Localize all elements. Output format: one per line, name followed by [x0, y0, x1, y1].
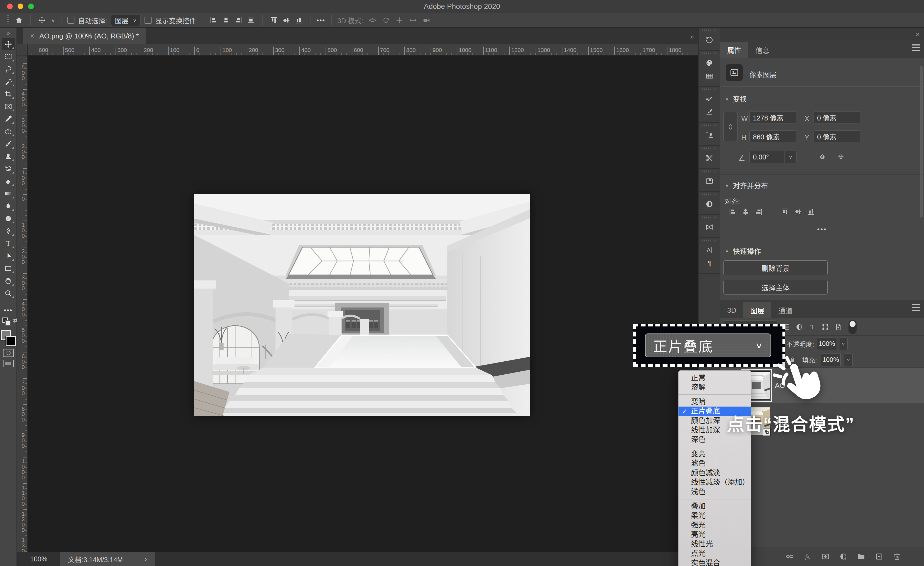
- smart-object-filter-icon[interactable]: [832, 321, 844, 333]
- auto-select-checkbox[interactable]: [68, 17, 74, 24]
- auto-select-dropdown[interactable]: 图层 ∨: [111, 15, 141, 26]
- eyedropper-tool[interactable]: [2, 113, 15, 125]
- blend-menu-item[interactable]: 颜色减淡: [678, 468, 751, 478]
- callout-blend-dropdown[interactable]: 正片叠底 ∨: [645, 333, 771, 357]
- blend-menu-item[interactable]: 柔光: [678, 511, 751, 521]
- canvas-image[interactable]: [194, 194, 530, 416]
- blend-menu-item[interactable]: 强光: [678, 521, 751, 530]
- status-expand-icon[interactable]: ›: [144, 555, 147, 564]
- camera-3d-icon[interactable]: [421, 15, 432, 26]
- blend-menu-item[interactable]: 变亮: [678, 449, 751, 459]
- type-filter-icon[interactable]: T: [806, 321, 818, 333]
- lasso-tool[interactable]: [2, 63, 15, 75]
- orbit-3d-icon[interactable]: [367, 15, 378, 26]
- color-panel-icon[interactable]: [704, 57, 716, 69]
- new-group-icon[interactable]: [856, 551, 867, 562]
- document-tab[interactable]: × AO.png @ 100% (AO, RGB/8) *: [23, 28, 146, 44]
- vertical-ruler[interactable]: 5004003002001000100200300400500600700800…: [17, 56, 28, 552]
- blend-menu-item[interactable]: 溶解: [678, 383, 751, 392]
- quick-actions-header[interactable]: ∨ 快速操作: [725, 246, 761, 256]
- panel-group-drag-handle[interactable]: [702, 53, 717, 54]
- clone-source-panel-icon[interactable]: [704, 129, 716, 141]
- blend-menu-item[interactable]: 深色: [678, 435, 751, 444]
- libraries-panel-icon[interactable]: [704, 175, 716, 187]
- show-transform-checkbox[interactable]: [144, 17, 152, 24]
- drag-3d-icon[interactable]: [394, 15, 405, 26]
- horizontal-ruler[interactable]: 6005004003002001000100200300400500600700…: [28, 44, 698, 56]
- blur-tool[interactable]: [2, 200, 15, 212]
- add-layer-mask-icon[interactable]: [820, 551, 831, 562]
- move-tool[interactable]: [2, 38, 15, 50]
- styles-panel-icon[interactable]: [704, 221, 716, 233]
- new-adjustment-layer-icon[interactable]: [838, 551, 849, 562]
- align-right-edges-icon[interactable]: [753, 206, 765, 217]
- flip-vertical-icon[interactable]: [835, 152, 847, 162]
- roll-3d-icon[interactable]: [381, 15, 392, 26]
- align-section-header[interactable]: ∨ 对齐并分布: [725, 180, 768, 190]
- transform-section-header[interactable]: ∨ 变换: [725, 94, 747, 104]
- tab-info[interactable]: 信息: [748, 42, 777, 58]
- panel-group-drag-handle[interactable]: [702, 30, 717, 32]
- delete-layer-icon[interactable]: [891, 551, 902, 562]
- edit-toolbar-icon[interactable]: •••: [4, 306, 12, 314]
- blend-menu-item[interactable]: 滤色: [678, 459, 751, 468]
- panel-group-drag-handle[interactable]: [702, 240, 717, 242]
- panel-group-drag-handle[interactable]: [702, 147, 717, 149]
- blend-menu-item[interactable]: 点光: [678, 549, 751, 558]
- align-left-edges-icon[interactable]: [727, 206, 739, 217]
- home-icon[interactable]: [14, 15, 24, 26]
- remove-background-button[interactable]: 删除背景: [723, 260, 828, 275]
- x-field[interactable]: 0 像素: [814, 111, 860, 123]
- filter-toggle-switch[interactable]: [849, 320, 856, 334]
- document-size-status[interactable]: 文档:3.14M/3.14M ›: [60, 552, 155, 566]
- toolbar-collapse-icon[interactable]: »: [6, 29, 10, 38]
- panel-group-drag-handle[interactable]: [702, 171, 717, 173]
- properties-scrollbar[interactable]: [920, 66, 922, 218]
- blend-menu-item[interactable]: 实色混合: [678, 558, 751, 566]
- canvas-pasteboard[interactable]: [28, 56, 698, 552]
- shape-filter-icon[interactable]: [819, 321, 831, 333]
- tab-channels[interactable]: 通道: [771, 302, 800, 318]
- rectangular-marquee-tool[interactable]: [2, 50, 15, 63]
- align-right-edges-icon[interactable]: [233, 15, 244, 26]
- adjustments-panel-icon[interactable]: [704, 198, 716, 210]
- tab-properties[interactable]: 属性: [720, 42, 748, 58]
- panel-menu-icon[interactable]: [912, 44, 920, 53]
- tool-presets-panel-icon[interactable]: [704, 152, 716, 164]
- align-top-edges-icon[interactable]: [268, 15, 279, 26]
- blend-menu-item[interactable]: 浅色: [678, 487, 751, 497]
- opacity-chevron-icon[interactable]: ∨: [840, 338, 848, 350]
- panel-group-drag-handle[interactable]: [702, 125, 717, 126]
- align-bottom-edges-icon[interactable]: [805, 206, 817, 217]
- spot-healing-tool[interactable]: [2, 125, 15, 138]
- object-selection-tool[interactable]: [2, 75, 15, 88]
- opacity-field[interactable]: 100%: [817, 338, 837, 350]
- align-top-edges-icon[interactable]: [779, 206, 791, 217]
- select-subject-button[interactable]: 选择主体: [723, 280, 828, 294]
- paragraph-panel-icon[interactable]: ¶: [704, 257, 716, 269]
- layer-effects-fx-icon[interactable]: fx: [802, 551, 813, 562]
- swatches-panel-icon[interactable]: [704, 70, 716, 82]
- angle-field[interactable]: 0.00°: [749, 151, 784, 163]
- align-vertical-centers-icon[interactable]: [281, 15, 292, 26]
- width-field[interactable]: 1278 像素: [749, 111, 796, 123]
- pen-tool[interactable]: [2, 225, 15, 237]
- history-panel-icon[interactable]: [704, 34, 716, 46]
- align-bottom-edges-icon[interactable]: [293, 15, 304, 26]
- brush-settings-panel-icon[interactable]: [704, 93, 716, 105]
- align-horizontal-centers-icon[interactable]: [740, 206, 752, 217]
- fill-chevron-icon[interactable]: ∨: [844, 353, 852, 366]
- panel-menu-icon[interactable]: [912, 304, 920, 312]
- eraser-tool[interactable]: [2, 175, 15, 187]
- gradient-tool[interactable]: [2, 187, 15, 200]
- flip-horizontal-icon[interactable]: [816, 152, 828, 162]
- y-field[interactable]: 0 像素: [814, 131, 860, 143]
- blend-menu-item[interactable]: 叠加: [678, 501, 751, 511]
- dodge-tool[interactable]: [2, 212, 15, 225]
- path-selection-tool[interactable]: [2, 249, 15, 262]
- screen-mode-button[interactable]: [3, 360, 14, 367]
- align-left-edges-icon[interactable]: [208, 15, 219, 26]
- default-colors-icon[interactable]: ⇄: [2, 317, 14, 326]
- brushes-panel-icon[interactable]: [704, 106, 716, 118]
- panel-group-drag-handle[interactable]: [702, 194, 717, 195]
